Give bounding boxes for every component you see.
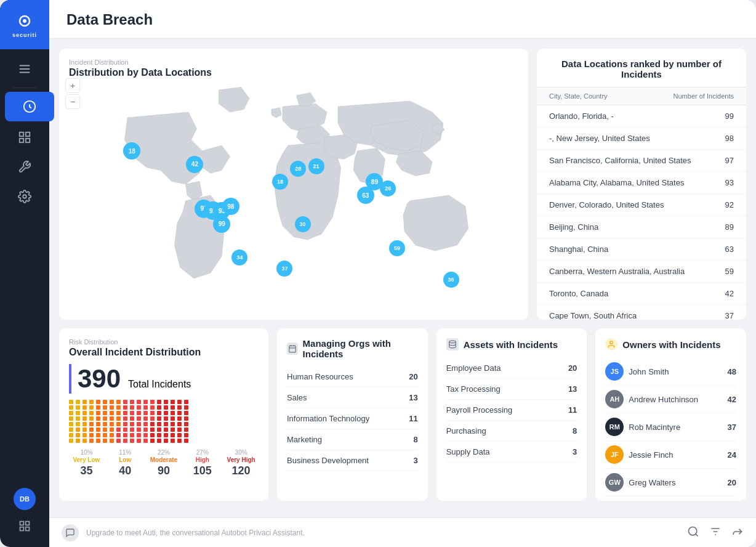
map-bubble[interactable]: 18 bbox=[272, 174, 288, 190]
dot bbox=[96, 427, 100, 432]
map-bubble[interactable]: 36 bbox=[443, 272, 459, 288]
dot bbox=[184, 405, 188, 410]
dashboard-icon bbox=[18, 131, 31, 144]
risk-count: 90 bbox=[147, 464, 182, 477]
assets-title: Assets with Incidents bbox=[464, 339, 558, 350]
sidebar-item-data[interactable] bbox=[5, 92, 54, 121]
map-bubble[interactable]: 98 bbox=[222, 198, 239, 215]
map-bubble[interactable]: 26 bbox=[380, 180, 396, 197]
risk-pct: 27% bbox=[185, 449, 220, 456]
svg-rect-8 bbox=[26, 132, 30, 136]
map-bubble[interactable]: 21 bbox=[308, 158, 324, 174]
dot bbox=[110, 422, 114, 426]
owner-info: RM Rob Macintyre bbox=[605, 418, 680, 436]
dot-column bbox=[69, 400, 73, 443]
sidebar-item-settings[interactable] bbox=[0, 182, 49, 211]
location-row: Toronto, Canada42 bbox=[537, 283, 746, 305]
share-button[interactable] bbox=[731, 525, 744, 540]
org-name: Sales bbox=[287, 393, 307, 402]
user-avatar[interactable]: DB bbox=[14, 488, 36, 510]
map-bubble[interactable]: 63 bbox=[357, 187, 374, 204]
map-bubble[interactable]: 99 bbox=[213, 216, 230, 233]
dot bbox=[137, 439, 141, 443]
dot bbox=[150, 439, 155, 443]
logo[interactable]: securiti bbox=[0, 0, 49, 49]
assets-icon bbox=[446, 338, 459, 350]
dot bbox=[137, 433, 141, 437]
dot bbox=[137, 416, 141, 421]
sidebar-item-dashboard[interactable] bbox=[0, 123, 49, 152]
dot bbox=[164, 400, 168, 404]
risk-pct: 30% bbox=[223, 449, 259, 456]
owners-card: Owners with Incidents JS John Smith 48 A… bbox=[595, 328, 746, 501]
location-name: Shanghai, China bbox=[549, 245, 608, 254]
dot bbox=[82, 422, 87, 426]
tools-icon bbox=[18, 160, 31, 174]
risk-count: 105 bbox=[185, 464, 220, 477]
asset-row: Purchasing8 bbox=[446, 421, 577, 442]
dot bbox=[130, 400, 134, 404]
map-bubble[interactable]: 42 bbox=[186, 156, 203, 173]
owner-count: 20 bbox=[728, 478, 736, 487]
dot bbox=[137, 422, 141, 426]
assets-header: Assets with Incidents bbox=[446, 338, 577, 350]
map-bubble[interactable]: 30 bbox=[295, 216, 311, 232]
dot bbox=[103, 433, 107, 437]
content-area: Incident Distribution Distribution by Da… bbox=[49, 39, 756, 517]
location-row: Shanghai, China63 bbox=[537, 238, 746, 261]
dot bbox=[96, 400, 100, 404]
org-row: Human Resources20 bbox=[287, 367, 418, 387]
dot bbox=[110, 439, 114, 443]
dot bbox=[82, 405, 87, 410]
org-count: 3 bbox=[413, 456, 417, 465]
map-bubble[interactable]: 34 bbox=[231, 249, 247, 265]
filter-button[interactable] bbox=[709, 525, 722, 540]
location-row: Canberra, Western Australia, Australia59 bbox=[537, 261, 746, 283]
dot bbox=[184, 422, 188, 426]
asset-name: Tax Processing bbox=[446, 384, 501, 394]
filter-icon bbox=[709, 525, 722, 538]
map-bubble[interactable]: 59 bbox=[389, 240, 405, 256]
dot bbox=[164, 411, 168, 415]
search-button[interactable] bbox=[687, 525, 699, 540]
location-count: 42 bbox=[725, 289, 734, 298]
grid-button[interactable] bbox=[14, 515, 36, 537]
sidebar-item-tools[interactable] bbox=[0, 152, 49, 182]
dot bbox=[103, 411, 107, 415]
dot bbox=[157, 427, 161, 432]
dot bbox=[171, 405, 175, 410]
location-name: Toronto, Canada bbox=[549, 289, 608, 298]
bottom-bar: Upgrade to meet Auti, the conversational… bbox=[49, 517, 756, 547]
owner-count: 48 bbox=[728, 367, 736, 376]
owner-name: Rob Macintyre bbox=[629, 423, 680, 432]
asset-name: Purchasing bbox=[446, 426, 486, 436]
dot bbox=[130, 422, 134, 426]
dot bbox=[143, 405, 148, 410]
map-bubble[interactable]: 37 bbox=[276, 261, 292, 277]
sidebar-item-menu[interactable] bbox=[0, 54, 49, 84]
dot bbox=[96, 405, 100, 410]
dot bbox=[76, 427, 80, 432]
dot bbox=[76, 439, 80, 443]
dot bbox=[103, 439, 107, 443]
total-number: 390 bbox=[69, 364, 121, 394]
asset-name: Payroll Processing bbox=[446, 405, 513, 415]
owner-avatar: AH bbox=[605, 390, 624, 408]
dot bbox=[130, 411, 134, 415]
risk-card: Risk Distribution Overall Incident Distr… bbox=[59, 328, 268, 501]
dot bbox=[116, 416, 121, 421]
owner-row: JF Jessie Finch 24 bbox=[605, 441, 736, 469]
dot bbox=[82, 400, 87, 404]
dot-column bbox=[137, 400, 141, 443]
map-bubble[interactable]: 28 bbox=[290, 161, 306, 177]
dot bbox=[116, 439, 121, 443]
dot bbox=[69, 433, 73, 437]
map-container: 184297929398991828213034378926635936 bbox=[69, 84, 518, 306]
map-bubble[interactable]: 18 bbox=[123, 142, 140, 160]
locations-card: Data Locations ranked by number of Incid… bbox=[537, 49, 746, 320]
svg-rect-12 bbox=[20, 522, 24, 525]
svg-point-11 bbox=[23, 195, 26, 198]
owner-count: 24 bbox=[728, 450, 736, 460]
dot bbox=[171, 433, 175, 437]
dot bbox=[177, 422, 182, 426]
